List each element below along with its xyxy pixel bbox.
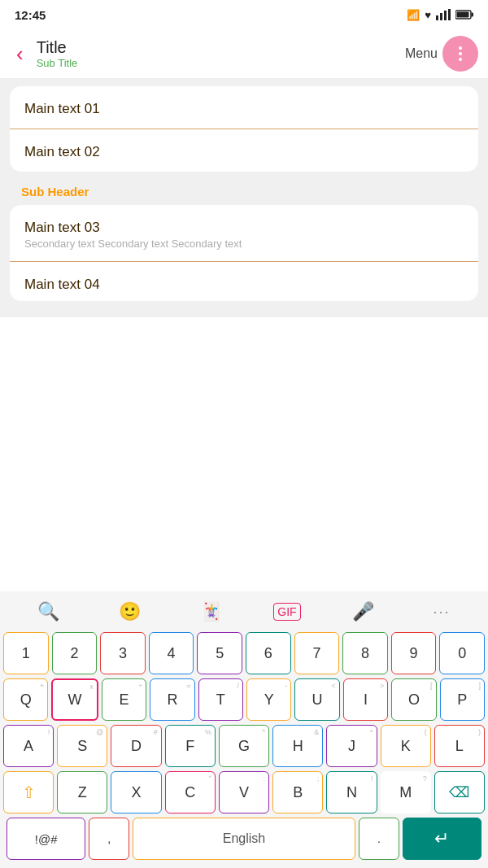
z-row: ⇧ Z X "C :V ;B !N ?M ⌫	[3, 771, 485, 813]
main-text-03: Main text 03	[24, 220, 464, 236]
svg-rect-6	[457, 12, 469, 18]
key-b[interactable]: ;B	[272, 771, 323, 813]
key-k[interactable]: (K	[381, 725, 431, 767]
app-bar: ‹ Title Sub Title Menu	[0, 29, 488, 78]
main-text-01: Main text 01	[24, 101, 100, 116]
key-6[interactable]: 6	[246, 632, 291, 674]
list-item-4[interactable]: Main text 04	[10, 262, 478, 301]
key-c[interactable]: "C	[165, 771, 216, 813]
key-5[interactable]: 5	[197, 632, 242, 674]
period-key[interactable]: .	[359, 818, 399, 860]
key-9[interactable]: 9	[391, 632, 437, 674]
secondary-text-03: Secondary text Secondary text Secondary …	[24, 238, 464, 250]
list-item-2[interactable]: Main text 02	[10, 129, 478, 172]
key-v[interactable]: :V	[219, 771, 269, 813]
dot	[459, 52, 462, 55]
signal-icon: ♥️	[425, 9, 431, 21]
key-p[interactable]: ]P	[440, 678, 485, 721]
dot	[459, 46, 462, 50]
gif-tool-button[interactable]: GIF	[273, 603, 300, 621]
main-text-04: Main text 04	[24, 277, 100, 292]
key-n[interactable]: !N	[326, 771, 377, 813]
key-r[interactable]: =R	[150, 678, 194, 721]
title-group: Title Sub Title	[37, 38, 405, 69]
key-j[interactable]: *J	[326, 725, 377, 767]
menu-label: Menu	[405, 46, 438, 61]
keyboard-toolbar: 🔍 🙂 🃏 GIF 🎤 ···	[0, 591, 488, 629]
symbols-key[interactable]: !@#	[7, 818, 85, 860]
status-bar: 12:45 📶 ♥️	[0, 0, 488, 29]
key-m[interactable]: ?M	[381, 771, 431, 813]
bottom-row: !@# , English . ↵	[3, 818, 485, 860]
status-icons: 📶 ♥️	[407, 9, 473, 21]
key-g[interactable]: ^G	[219, 725, 269, 767]
keyboard-rows: 1 2 3 4 5 6 7 8 9 0 +Q xW ÷E =R /T -Y <U…	[0, 629, 488, 868]
svg-rect-0	[436, 15, 438, 20]
app-title: Title	[37, 38, 405, 57]
key-1[interactable]: 1	[3, 632, 49, 674]
key-w[interactable]: xW	[51, 678, 98, 721]
key-3[interactable]: 3	[100, 632, 146, 674]
key-q[interactable]: +Q	[3, 678, 48, 721]
key-d[interactable]: #D	[111, 725, 161, 767]
app-subtitle: Sub Title	[37, 57, 405, 69]
key-f[interactable]: %F	[165, 725, 216, 767]
mic-tool-button[interactable]: 🎤	[344, 598, 382, 626]
key-7[interactable]: 7	[294, 632, 340, 674]
key-e[interactable]: ÷E	[102, 678, 146, 721]
svg-rect-5	[472, 13, 474, 17]
main-text-02: Main text 02	[24, 144, 100, 159]
wifi-icon: 📶	[407, 9, 420, 21]
key-8[interactable]: 8	[342, 632, 388, 674]
enter-key[interactable]: ↵	[403, 818, 481, 860]
key-u[interactable]: <U	[294, 678, 339, 721]
search-tool-button[interactable]: 🔍	[29, 598, 68, 626]
q-row: +Q xW ÷E =R /T -Y <U >I [O ]P	[3, 678, 485, 721]
a-row: !A @S #D %F ^G &H *J (K )L	[3, 725, 485, 767]
sub-header: Sub Header	[10, 180, 478, 205]
key-t[interactable]: /T	[198, 678, 243, 721]
back-button[interactable]: ‹	[10, 40, 30, 68]
key-h[interactable]: &H	[272, 725, 323, 767]
key-l[interactable]: )L	[434, 725, 485, 767]
menu-dots-button[interactable]	[442, 36, 478, 72]
menu-area: Menu	[405, 36, 478, 72]
battery-icon	[455, 9, 473, 20]
key-0[interactable]: 0	[439, 632, 485, 674]
svg-rect-1	[440, 13, 442, 20]
key-x[interactable]: X	[111, 771, 161, 813]
backspace-key[interactable]: ⌫	[434, 771, 485, 813]
list-item-1[interactable]: Main text 01	[10, 86, 478, 129]
dot	[459, 58, 462, 61]
keyboard: 🔍 🙂 🃏 GIF 🎤 ··· 1 2 3 4 5 6 7 8 9 0 +Q x…	[0, 591, 488, 868]
shift-key[interactable]: ⇧	[3, 771, 54, 813]
key-o[interactable]: [O	[391, 678, 436, 721]
comma-key[interactable]: ,	[89, 818, 129, 860]
list-card-1: Main text 01 Main text 02	[10, 86, 478, 172]
key-y[interactable]: -Y	[246, 678, 291, 721]
key-s[interactable]: @S	[57, 725, 107, 767]
list-item-3[interactable]: Main text 03 Secondary text Secondary te…	[10, 205, 478, 262]
svg-rect-3	[448, 9, 451, 20]
key-4[interactable]: 4	[149, 632, 194, 674]
status-time: 12:45	[15, 8, 46, 22]
main-content: Main text 01 Main text 02 Sub Header Mai…	[0, 78, 488, 317]
more-tool-button[interactable]: ···	[425, 600, 459, 624]
key-a[interactable]: !A	[3, 725, 54, 767]
number-row: 1 2 3 4 5 6 7 8 9 0	[3, 632, 485, 674]
key-2[interactable]: 2	[52, 632, 98, 674]
sticker-tool-button[interactable]: 🃏	[192, 598, 230, 626]
key-i[interactable]: >I	[343, 678, 388, 721]
svg-rect-2	[444, 11, 447, 20]
space-key[interactable]: English	[133, 818, 355, 860]
emoji-tool-button[interactable]: 🙂	[111, 598, 149, 626]
list-card-2: Main text 03 Secondary text Secondary te…	[10, 205, 478, 301]
key-z[interactable]: Z	[57, 771, 107, 813]
wifi-signal-icon	[436, 9, 451, 20]
